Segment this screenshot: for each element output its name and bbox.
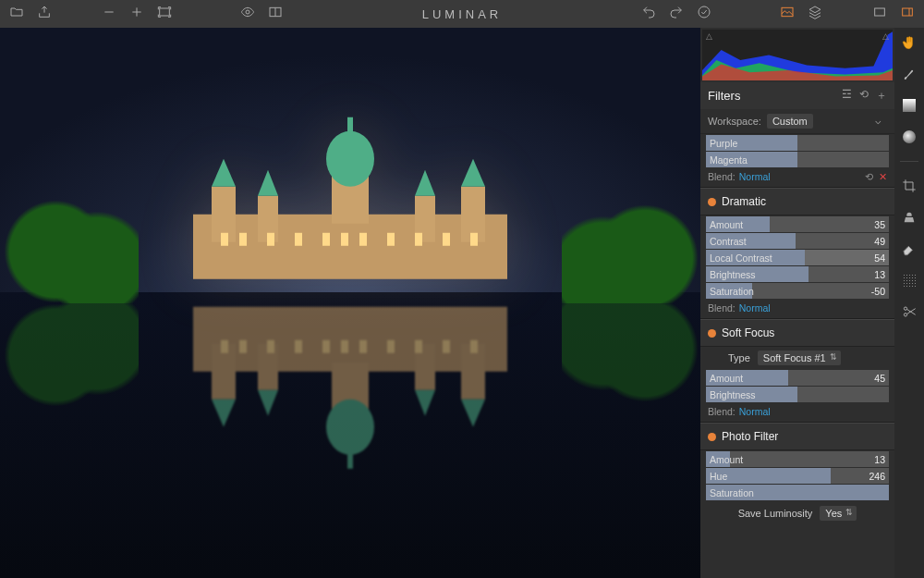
svg-rect-25 — [359, 232, 367, 245]
save-luminosity-row: Save LuminosityYes — [700, 501, 894, 525]
image-panel-icon[interactable] — [780, 5, 795, 23]
svg-rect-45 — [295, 339, 302, 352]
svg-point-9 — [326, 130, 374, 186]
compare-split-icon[interactable] — [268, 5, 283, 23]
workspace-label: Workspace: — [708, 116, 761, 127]
zoom-out-icon[interactable] — [102, 5, 116, 23]
blend-mode-select[interactable]: Normal — [739, 171, 771, 182]
svg-rect-30 — [193, 306, 507, 371]
slider-label: Hue — [706, 471, 869, 482]
undo-icon[interactable] — [641, 5, 656, 23]
slider-value: 13 — [874, 454, 889, 465]
slider-magenta[interactable]: Magenta — [706, 152, 889, 167]
slider-value: -50 — [871, 286, 889, 297]
filters-section-header: Filters ☲ ⟲ ＋ — [700, 82, 894, 109]
filter-remove-icon[interactable]: ✕ — [879, 171, 887, 182]
hist-highlight-marker-icon[interactable]: △ — [882, 31, 889, 41]
svg-rect-5 — [875, 8, 885, 16]
svg-marker-41 — [461, 399, 485, 426]
svg-rect-29 — [470, 232, 478, 245]
workspace-select[interactable]: Custom — [767, 114, 813, 129]
svg-rect-33 — [347, 449, 353, 468]
erase-tool-icon[interactable] — [900, 240, 918, 258]
clone-stamp-tool-icon[interactable] — [900, 208, 918, 227]
filters-add-icon[interactable]: ＋ — [876, 88, 887, 104]
redo-icon[interactable] — [669, 5, 684, 23]
type-select[interactable]: Soft Focus #1 — [758, 350, 841, 365]
svg-rect-23 — [322, 232, 330, 245]
svg-rect-22 — [295, 232, 302, 245]
zoom-in-icon[interactable] — [129, 5, 144, 23]
layers-panel-icon[interactable] — [808, 5, 822, 23]
filters-presets-icon[interactable]: ☲ — [842, 88, 852, 104]
svg-rect-46 — [322, 339, 330, 352]
svg-rect-28 — [443, 232, 450, 245]
crop-tool-icon[interactable] — [900, 177, 918, 195]
export-icon[interactable] — [37, 5, 52, 23]
slider-value: 54 — [874, 252, 889, 264]
top-toolbar: LUMINAR — [0, 0, 924, 28]
histogram[interactable]: △△ — [702, 30, 893, 80]
save-luminosity-select[interactable]: Yes — [820, 506, 857, 521]
slider-saturation[interactable]: Saturation — [706, 485, 889, 500]
hand-tool-icon[interactable] — [900, 33, 918, 52]
filter-header-photo-filter[interactable]: Photo Filter — [700, 423, 894, 450]
svg-marker-17 — [415, 169, 435, 195]
single-view-icon[interactable] — [872, 5, 887, 23]
svg-rect-47 — [341, 339, 348, 352]
preview-eye-icon[interactable] — [240, 5, 255, 23]
slider-label: Amount — [706, 219, 874, 230]
slider-brightness[interactable]: Brightness — [706, 387, 889, 402]
type-label: Type — [728, 352, 750, 363]
slider-purple[interactable]: Purple — [706, 135, 889, 151]
svg-rect-21 — [267, 232, 274, 245]
blend-row: Blend:Normal⟲✕ — [700, 168, 894, 188]
blend-mode-select[interactable]: Normal — [739, 302, 771, 314]
blend-row: Blend:Normal — [700, 300, 894, 319]
slider-amount[interactable]: Amount35 — [706, 216, 889, 232]
svg-rect-19 — [221, 232, 228, 245]
slider-brightness[interactable]: Brightness13 — [706, 266, 889, 282]
svg-rect-49 — [387, 339, 395, 352]
filters-reset-icon[interactable]: ⟲ — [859, 88, 869, 104]
svg-marker-39 — [258, 389, 278, 415]
svg-marker-16 — [258, 169, 278, 195]
filter-header-soft-focus[interactable]: Soft Focus — [700, 319, 894, 347]
slider-saturation[interactable]: Saturation-50 — [706, 283, 889, 299]
svg-rect-48 — [359, 339, 367, 352]
open-folder-icon[interactable] — [9, 5, 24, 23]
blend-mode-select[interactable]: Normal — [739, 406, 771, 417]
svg-rect-27 — [415, 232, 422, 245]
slider-label: Magenta — [706, 154, 889, 166]
svg-rect-10 — [347, 117, 353, 135]
slider-label: Contrast — [706, 236, 874, 247]
slider-label: Amount — [706, 454, 874, 465]
workspace-row: Workspace: Custom — [700, 109, 894, 134]
fit-screen-icon[interactable] — [157, 5, 172, 23]
scissors-tool-icon[interactable] — [900, 302, 918, 321]
blend-label: Blend: — [708, 171, 736, 182]
slider-value: 13 — [874, 269, 889, 280]
slider-local-contrast[interactable]: Local Contrast54 — [706, 250, 889, 265]
filter-header-dramatic[interactable]: Dramatic — [700, 188, 894, 215]
filter-toggle-dot[interactable] — [708, 198, 716, 206]
slider-contrast[interactable]: Contrast49 — [706, 233, 889, 249]
brush-tool-icon[interactable] — [900, 65, 918, 83]
denoise-tool-icon[interactable] — [900, 271, 918, 289]
filter-toggle-dot[interactable] — [708, 329, 716, 338]
slider-amount[interactable]: Amount13 — [706, 451, 889, 467]
slider-amount[interactable]: Amount45 — [706, 370, 889, 386]
svg-rect-24 — [341, 232, 348, 245]
slider-hue[interactable]: Hue246 — [706, 468, 889, 484]
radial-tool-icon[interactable] — [900, 128, 918, 146]
slider-value: 49 — [874, 236, 889, 247]
panel-view-icon[interactable] — [900, 5, 915, 23]
filter-reset-icon[interactable]: ⟲ — [865, 171, 873, 182]
hist-shadow-marker-icon[interactable]: △ — [706, 31, 712, 41]
svg-rect-44 — [267, 339, 274, 352]
filter-toggle-dot[interactable] — [708, 433, 716, 441]
gradient-tool-icon[interactable] — [900, 96, 918, 115]
history-check-icon[interactable] — [697, 5, 711, 23]
svg-rect-42 — [221, 339, 228, 352]
image-canvas[interactable] — [0, 28, 700, 578]
